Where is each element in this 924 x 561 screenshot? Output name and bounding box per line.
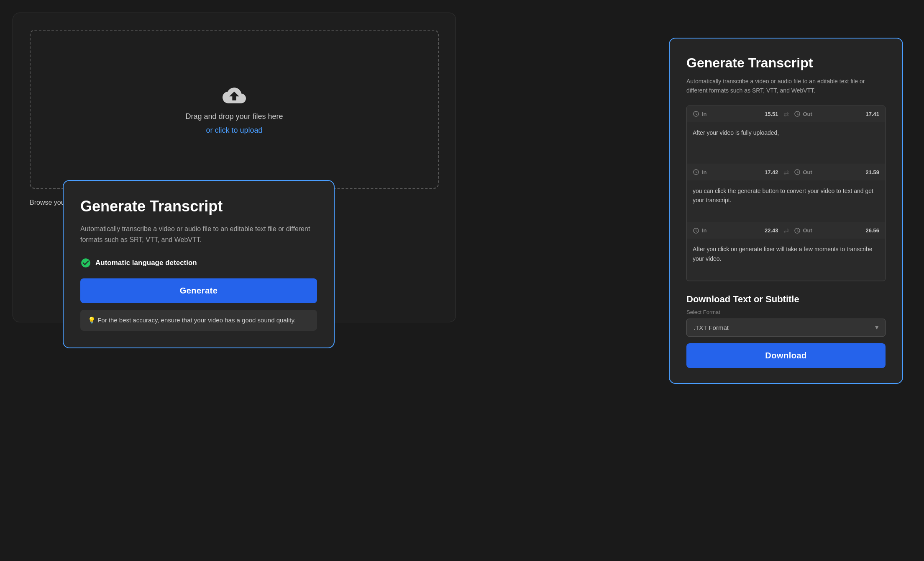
upload-zone[interactable]: Drag and drop your files here or click t…	[30, 30, 439, 189]
generate-button[interactable]: Generate	[80, 278, 317, 303]
left-card-description: Automatically transcribe a video or audi…	[80, 224, 317, 245]
in-value: 17.42	[765, 169, 778, 175]
click-to-upload-link[interactable]: or click to upload	[206, 126, 262, 135]
out-label: Out	[803, 227, 812, 234]
auto-detect-label: Automatic language detection	[95, 259, 197, 267]
transcript-segment: In 17.42 ⇄ Out 21.59 you can click the g…	[687, 164, 885, 222]
in-label: In	[702, 227, 707, 234]
right-panel: Generate Transcript Automatically transc…	[669, 38, 903, 384]
select-format-label: Select Format	[686, 309, 886, 315]
clock-icon	[693, 111, 699, 117]
out-value: 17.41	[865, 111, 879, 117]
right-card-title: Generate Transcript	[686, 55, 886, 71]
in-label: In	[702, 169, 707, 175]
right-card-description: Automatically transcribe a video or audi…	[686, 77, 886, 95]
drag-drop-text: Drag and drop your files here	[185, 112, 283, 121]
generate-transcript-card: Generate Transcript Automatically transc…	[63, 180, 335, 348]
download-title: Download Text or Subtitle	[686, 294, 886, 305]
clock-icon	[794, 111, 801, 117]
arrow-icon: ⇄	[783, 168, 789, 176]
segment-textarea[interactable]: you can click the generate button to con…	[693, 186, 879, 214]
clock-icon	[693, 169, 699, 175]
in-value: 15.51	[765, 111, 778, 117]
upload-icon	[223, 84, 246, 107]
download-button[interactable]: Download	[686, 343, 886, 368]
in-value: 22.43	[765, 227, 778, 234]
clock-icon	[794, 227, 801, 234]
check-circle-icon	[80, 257, 91, 268]
transcript-segment: In 22.43 ⇄ Out 26.56 After you click on …	[687, 222, 885, 280]
transcript-scroll-area[interactable]: In 15.51 ⇄ Out 17.41 After your video is…	[686, 106, 886, 281]
clock-icon	[693, 227, 699, 234]
tip-text: 💡 For the best accuracy, ensure that you…	[88, 317, 296, 324]
format-select-wrapper: .TXT Format.SRT Format.VTT Format.WebVTT…	[686, 319, 886, 337]
out-value: 21.59	[865, 169, 879, 175]
segment-textarea[interactable]: After you click on generate fixer will t…	[693, 244, 879, 273]
out-label: Out	[803, 169, 812, 175]
tip-box: 💡 For the best accuracy, ensure that you…	[80, 310, 317, 331]
download-section: Download Text or Subtitle Select Format …	[686, 294, 886, 368]
segment-textarea[interactable]: After your video is fully uploaded,	[693, 128, 879, 156]
transcript-segment: In 15.51 ⇄ Out 17.41 After your video is…	[687, 106, 885, 164]
clock-icon	[794, 169, 801, 175]
left-card-title: Generate Transcript	[80, 198, 317, 215]
in-label: In	[702, 111, 707, 117]
out-label: Out	[803, 111, 812, 117]
out-value: 26.56	[865, 227, 879, 234]
arrow-icon: ⇄	[783, 226, 789, 234]
arrow-icon: ⇄	[783, 110, 789, 118]
format-select[interactable]: .TXT Format.SRT Format.VTT Format.WebVTT…	[686, 319, 886, 337]
auto-detect-row: Automatic language detection	[80, 257, 317, 268]
